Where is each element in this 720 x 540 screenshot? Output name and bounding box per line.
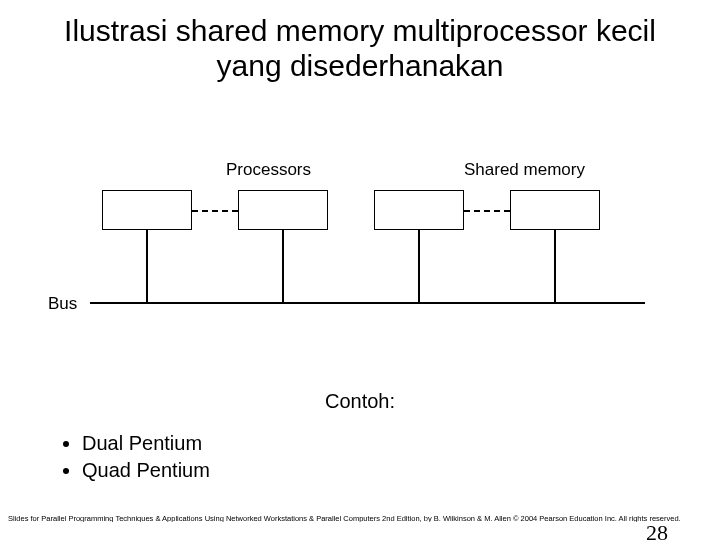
processors-label: Processors <box>226 160 311 180</box>
list-item: Quad Pentium <box>82 457 210 484</box>
bus-connector <box>554 230 556 302</box>
processor-box <box>238 190 328 230</box>
shared-memory-label: Shared memory <box>464 160 585 180</box>
page-number: 28 <box>646 520 668 540</box>
bus-label: Bus <box>48 294 77 314</box>
example-heading: Contoh: <box>0 390 720 413</box>
bus-line <box>90 302 645 304</box>
continuation-dash <box>464 210 510 212</box>
architecture-diagram: Processors Shared memory Bus <box>60 160 660 330</box>
slide-title: Ilustrasi shared memory multiprocessor k… <box>0 0 720 83</box>
bus-connector <box>146 230 148 302</box>
bus-connector <box>418 230 420 302</box>
footer-credit: Slides for Parallel Programming Techniqu… <box>8 515 712 523</box>
list-item: Dual Pentium <box>82 430 210 457</box>
example-list: Dual Pentium Quad Pentium <box>60 430 210 484</box>
memory-box <box>510 190 600 230</box>
memory-box <box>374 190 464 230</box>
bus-connector <box>282 230 284 302</box>
continuation-dash <box>192 210 238 212</box>
processor-box <box>102 190 192 230</box>
